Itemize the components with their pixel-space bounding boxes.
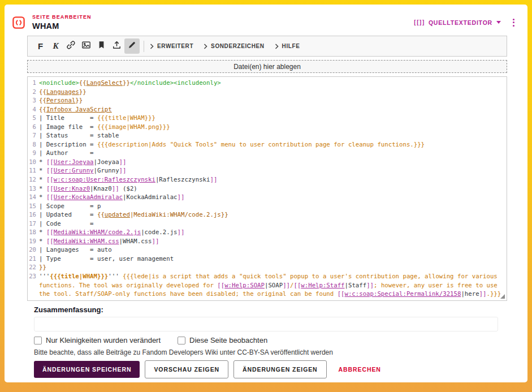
editor-toolbar: F K xyxy=(27,36,507,57)
chevron-right-icon xyxy=(150,41,154,51)
editor-switch-label: QUELLTEXTEDITOR xyxy=(429,19,492,26)
code-line: 6| Image file = {{{image|WHAM.png}}} xyxy=(28,123,507,132)
menu-sonderzeichen-label: SONDERZEICHEN xyxy=(211,43,264,49)
chevron-down-icon xyxy=(496,21,501,24)
code-line: 14* [[User:KockaAdmiralac|KockaAdmiralac… xyxy=(28,193,507,202)
edit-mode-label: SEITE BEARBEITEN xyxy=(32,14,92,20)
code-line: 20| Languages = auto xyxy=(28,245,507,255)
code-text[interactable]: | Code = xyxy=(39,219,507,229)
edit-page-card: SEITE BEARBEITEN WHAM [[]] QUELLTEXTEDIT… xyxy=(5,5,527,382)
upload-button[interactable] xyxy=(109,38,124,54)
code-text[interactable]: * [[MediaWiki:WHAM.css|WHAM.css]] xyxy=(39,237,507,246)
line-number: 11 xyxy=(28,166,39,175)
code-line: 12* [[w:c:soap:User:Rafleszczynski|Rafle… xyxy=(28,175,507,184)
line-number: 21 xyxy=(28,255,39,264)
watch-page-checkbox[interactable] xyxy=(178,337,185,344)
code-text[interactable]: | Type = user, user management xyxy=(39,255,507,264)
pencil-button[interactable] xyxy=(124,38,140,54)
line-number: 9 xyxy=(28,149,39,158)
line-number: 18 xyxy=(28,228,39,237)
header-actions: [[]] QUELLTEXTEDITOR xyxy=(413,17,516,28)
license-notice: Bitte beachte, dass alle Beiträge zu Fan… xyxy=(34,348,498,356)
menu-erweitert-label: ERWEITERT xyxy=(157,43,193,49)
image-button[interactable] xyxy=(79,38,94,54)
line-number: 14 xyxy=(28,193,39,202)
code-text[interactable]: | Author = xyxy=(39,149,507,158)
action-buttons: ÄNDERUNGEN SPEICHERN VORSCHAU ZEIGEN ÄND… xyxy=(34,360,498,378)
code-text[interactable]: | Updated = {{updated|MediaWiki:WHAM/cod… xyxy=(39,210,507,219)
show-changes-button[interactable]: ÄNDERUNGEN ZEIGEN xyxy=(233,360,327,378)
line-number: 20 xyxy=(28,245,39,255)
line-number: 8 xyxy=(28,140,39,149)
resize-grip-icon[interactable] xyxy=(500,294,505,299)
image-icon xyxy=(81,40,91,52)
code-text[interactable]: * [[User:Joeyaa|Joeyaa]] xyxy=(39,158,507,167)
italic-button[interactable]: K xyxy=(48,38,63,54)
code-text[interactable]: * [[w:c:soap:User:Rafleszczynski|Raflesz… xyxy=(39,175,507,184)
source-editor-icon: [[]] xyxy=(413,19,425,25)
menu-erweitert[interactable]: ERWEITERT xyxy=(150,41,193,51)
code-text[interactable]: '''{{{title|WHAM}}}''' {{{lede|is a scri… xyxy=(39,272,507,299)
source-code-editor[interactable]: 1<noinclude>{{LangSelect}}</noinclude><i… xyxy=(27,76,507,301)
code-text[interactable]: * [[User:Knaz0|Knaz0]] ($2) xyxy=(39,184,507,193)
code-line: 15| Scope = p xyxy=(28,202,507,211)
file-dropzone[interactable]: Datei(en) hier ablegen xyxy=(27,60,507,73)
toolbar-divider xyxy=(144,41,144,52)
minor-edit-label: Nur Kleinigkeiten wurden verändert xyxy=(46,336,161,344)
menu-hilfe-label: HILFE xyxy=(282,43,300,49)
code-line: 19* [[MediaWiki:WHAM.css|WHAM.css]] xyxy=(28,237,507,246)
page-title: WHAM xyxy=(32,21,92,31)
code-text[interactable]: | Scope = p xyxy=(39,202,507,211)
bookmark-icon xyxy=(97,40,106,52)
menu-hilfe[interactable]: HILFE xyxy=(275,41,300,51)
watch-page-option: Diese Seite beobachten xyxy=(178,336,267,344)
code-lines: 1<noinclude>{{LangSelect}}</noinclude><i… xyxy=(28,79,507,299)
minor-edit-option: Nur Kleinigkeiten wurden verändert xyxy=(34,336,161,344)
upload-icon xyxy=(112,40,122,52)
code-text[interactable]: | Title = {{{title|WHAM}}} xyxy=(39,114,507,123)
code-text[interactable]: {{Languages}} xyxy=(39,88,507,97)
show-preview-button[interactable]: VORSCHAU ZEIGEN xyxy=(145,360,228,378)
code-line: 5| Title = {{{title|WHAM}}} xyxy=(28,114,507,123)
summary-label: Zusammenfassung: xyxy=(34,305,498,314)
code-text[interactable]: | Description = {{{description|Adds "Qui… xyxy=(39,140,507,149)
code-text[interactable]: * [[User:Grunny|Grunny]] xyxy=(39,166,507,175)
code-text[interactable]: | Languages = auto xyxy=(39,245,507,255)
code-line: 7| Status = stable xyxy=(28,131,507,140)
line-number: 17 xyxy=(28,219,39,229)
pencil-icon xyxy=(128,41,136,51)
save-changes-button[interactable]: ÄNDERUNGEN SPEICHERN xyxy=(34,361,140,378)
code-text[interactable]: {{Personal}} xyxy=(39,96,507,105)
code-line: 8| Description = {{{description|Adds "Qu… xyxy=(28,140,507,149)
link-icon xyxy=(66,40,76,52)
summary-input[interactable] xyxy=(34,317,498,331)
code-text[interactable]: * [[MediaWiki:WHAM/code.2.js|code.2.js]] xyxy=(39,228,507,237)
code-line: 13* [[User:Knaz0|Knaz0]] ($2) xyxy=(28,184,507,193)
bookmark-button[interactable] xyxy=(94,38,109,54)
line-number: 10 xyxy=(28,158,39,167)
line-number: 23 xyxy=(28,272,39,299)
minor-edit-checkbox[interactable] xyxy=(34,337,42,344)
line-number: 4 xyxy=(28,105,39,114)
menu-sonderzeichen[interactable]: SONDERZEICHEN xyxy=(204,41,264,51)
fandom-expand-icon[interactable] xyxy=(12,16,25,29)
code-text[interactable]: | Status = stable xyxy=(39,131,507,140)
code-text[interactable]: * [[User:KockaAdmiralac|KockaAdmiralac]] xyxy=(39,193,507,202)
code-text[interactable]: | Image file = {{{image|WHAM.png}}} xyxy=(39,123,507,132)
code-text[interactable]: }} xyxy=(39,263,507,272)
edit-options: Nur Kleinigkeiten wurden verändert Diese… xyxy=(34,336,498,344)
code-line: 22}} xyxy=(28,263,507,272)
link-button[interactable] xyxy=(63,38,79,54)
code-line: 21| Type = user, user management xyxy=(28,255,507,264)
code-text[interactable]: {{Infobox JavaScript xyxy=(39,105,507,114)
chevron-right-icon xyxy=(204,41,207,51)
kebab-menu-button[interactable] xyxy=(511,17,516,28)
editor-switch-dropdown[interactable]: [[]] QUELLTEXTEDITOR xyxy=(413,19,501,26)
line-number: 5 xyxy=(28,114,39,123)
bold-button[interactable]: F xyxy=(33,38,48,54)
code-text[interactable]: <noinclude>{{LangSelect}}</noinclude><in… xyxy=(39,79,507,88)
line-number: 1 xyxy=(28,79,39,88)
line-number: 16 xyxy=(28,210,39,219)
cancel-button[interactable]: ABBRECHEN xyxy=(335,361,384,378)
code-line: 18* [[MediaWiki:WHAM/code.2.js|code.2.js… xyxy=(28,228,507,237)
